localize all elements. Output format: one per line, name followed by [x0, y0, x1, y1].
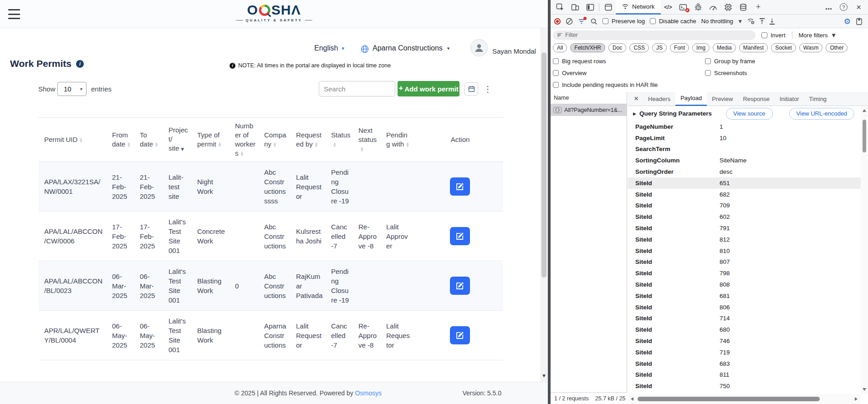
sort-icons[interactable]: ▲▼	[219, 142, 221, 147]
edit-permit-button[interactable]	[450, 177, 470, 196]
param-row[interactable]: SortingOrderdesc	[628, 166, 861, 177]
dock-target-icon[interactable]	[856, 17, 863, 25]
param-row[interactable]: SiteId798	[628, 268, 861, 279]
sort-icons[interactable]: ▲▼	[406, 142, 408, 147]
param-row[interactable]: SiteId812	[628, 234, 861, 245]
export-har-icon[interactable]: ↓	[770, 18, 775, 25]
view-url-encoded-button[interactable]: View URL-encoded	[789, 108, 855, 120]
sort-desc-icon[interactable]: ▼	[181, 147, 184, 152]
filter-pill-font[interactable]: Font	[670, 43, 689, 52]
app-vertical-scrollbar[interactable]: ▼	[540, 28, 548, 382]
calendar-view-button[interactable]	[465, 82, 478, 96]
detail-tab-preview[interactable]: Preview	[707, 92, 738, 106]
organization-select[interactable]: Aparna Constructions ▾	[373, 44, 449, 52]
user-name[interactable]: Sayan Mondal	[492, 47, 536, 55]
network-filter-icon[interactable]	[578, 18, 585, 25]
param-row[interactable]: PageLimit10	[628, 132, 861, 144]
debug-bug-icon[interactable]	[691, 0, 706, 14]
record-network-log-button[interactable]	[554, 18, 561, 25]
param-row[interactable]: SiteId806	[628, 302, 861, 313]
column-header[interactable]: Status▲▼	[325, 118, 352, 162]
filter-pill-img[interactable]: Img	[692, 43, 710, 52]
scroll-down-icon[interactable]	[863, 388, 866, 391]
scrollbar-thumb[interactable]	[863, 120, 866, 152]
group-by-frame-checkbox[interactable]: Group by frame	[705, 58, 755, 65]
column-header[interactable]: To date▲▼	[134, 118, 163, 162]
detail-tab-payload[interactable]: Payload	[675, 92, 707, 106]
close-details-icon[interactable]: ×	[629, 94, 643, 103]
sort-icons[interactable]: ▲▼	[155, 142, 158, 147]
sort-icons[interactable]: ▲▼	[315, 142, 317, 147]
column-header[interactable]: Requested by▲▼	[290, 118, 325, 162]
param-row[interactable]: SearchTerm	[628, 144, 861, 155]
column-header[interactable]: Project/ site▼	[163, 118, 191, 162]
filter-pill-css[interactable]: CSS	[629, 43, 649, 52]
memory-icon[interactable]	[721, 0, 736, 14]
detail-tab-initiator[interactable]: Initiator	[775, 92, 804, 106]
add-work-permit-button[interactable]: + Add work permit	[398, 81, 460, 96]
inspect-element-icon[interactable]	[552, 0, 567, 14]
device-emulation-icon[interactable]	[567, 0, 582, 14]
language-select[interactable]: English ▾	[314, 44, 344, 52]
sort-icons[interactable]: ▲▼	[128, 142, 130, 147]
param-row[interactable]: SiteId719	[628, 347, 861, 358]
big-request-rows-checkbox[interactable]: Big request rows	[553, 58, 705, 65]
column-header[interactable]: From date▲▼	[106, 118, 134, 162]
throttling-select[interactable]: No throttling ▼	[701, 18, 742, 25]
import-har-icon[interactable]: ↑	[760, 18, 765, 25]
preserve-log-checkbox[interactable]: Preserve log	[602, 18, 645, 25]
info-icon[interactable]: i	[76, 60, 84, 68]
page-size-select[interactable]: 10 ▾	[57, 82, 87, 96]
edit-permit-button[interactable]	[450, 326, 470, 344]
include-pending-har-checkbox[interactable]: Include pending requests in HAR file	[553, 81, 658, 88]
close-devtools-icon[interactable]: ×	[851, 0, 866, 14]
param-row[interactable]: SiteId709	[628, 200, 861, 212]
console-icon[interactable]: ×	[676, 0, 691, 14]
edit-permit-button[interactable]	[450, 277, 470, 295]
sort-icons[interactable]: ▲▼	[274, 142, 276, 147]
param-row[interactable]: SiteId680	[628, 324, 861, 335]
osmosys-link[interactable]: Osmosys	[355, 389, 382, 397]
param-row[interactable]: SiteId682	[628, 189, 861, 200]
column-header[interactable]: Type of permit▲▼	[191, 118, 229, 162]
param-row[interactable]: SiteId681	[628, 290, 861, 302]
view-source-button[interactable]: View source	[726, 108, 773, 120]
param-row[interactable]: SiteId808	[628, 279, 861, 290]
layout-panel-icon[interactable]	[582, 0, 597, 14]
filter-pill-doc[interactable]: Doc	[608, 43, 626, 52]
filter-pill-fetch-xhr[interactable]: Fetch/XHR	[570, 43, 605, 52]
avatar[interactable]	[470, 39, 488, 56]
edit-permit-button[interactable]	[450, 227, 470, 245]
param-row[interactable]: SiteId791	[628, 222, 861, 234]
more-options-button[interactable]: ⋮	[482, 82, 494, 96]
hamburger-menu-icon[interactable]	[8, 9, 20, 19]
column-header[interactable]: Pending with▲▼	[380, 118, 413, 162]
scroll-up-icon[interactable]	[863, 109, 866, 112]
payload-vertical-scrollbar[interactable]	[861, 106, 868, 394]
param-row[interactable]: SiteId811	[628, 369, 861, 381]
more-menu-icon[interactable]: …	[821, 0, 836, 14]
param-row[interactable]: SiteId714	[628, 313, 861, 324]
sort-icons[interactable]: ▲▼	[241, 151, 243, 157]
storage-icon[interactable]	[736, 0, 751, 14]
scrollbar-thumb[interactable]	[638, 397, 820, 401]
param-row[interactable]: SiteId683	[628, 358, 861, 369]
param-row[interactable]: SiteId807	[628, 257, 861, 268]
disable-cache-checkbox[interactable]: Disable cache	[650, 18, 696, 25]
param-row[interactable]: SiteId746	[628, 335, 861, 347]
app-window-icon[interactable]	[601, 0, 616, 14]
network-search-icon[interactable]	[590, 18, 597, 25]
screenshots-checkbox[interactable]: Screenshots	[705, 70, 747, 76]
param-row[interactable]: SiteId810	[628, 245, 861, 257]
network-settings-gear-icon[interactable]: ⚙	[844, 17, 851, 26]
param-row[interactable]: SiteId602	[628, 211, 861, 222]
more-tools-plus-icon[interactable]: +	[751, 0, 766, 14]
param-row[interactable]: PageNumber1	[628, 121, 861, 132]
request-row[interactable]: {} All?PageNumber=1&...	[551, 104, 627, 116]
sort-icons[interactable]: ▲▼	[361, 146, 363, 152]
filter-pill-manifest[interactable]: Manifest	[739, 43, 768, 52]
filter-pill-other[interactable]: Other	[826, 43, 848, 52]
query-string-section-header[interactable]: ▶ Query String Parameters View source Vi…	[628, 106, 861, 121]
column-header[interactable]: Next status▲▼	[352, 118, 380, 162]
filter-pill-wasm[interactable]: Wasm	[799, 43, 823, 52]
